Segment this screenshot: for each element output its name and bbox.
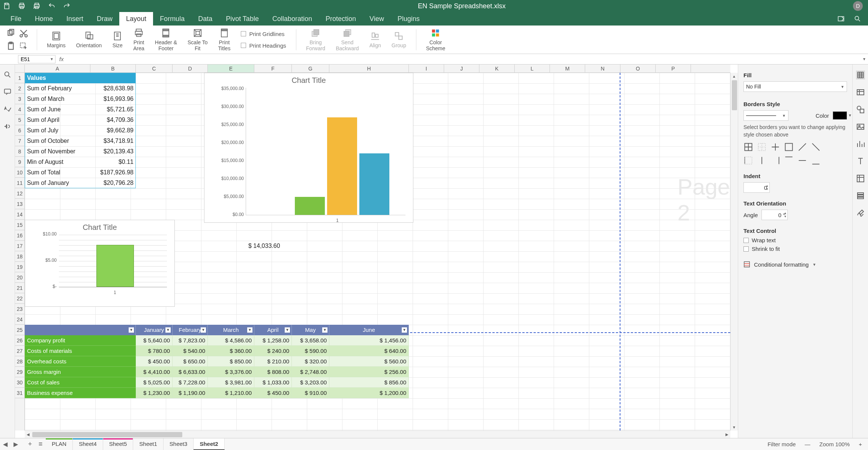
row-header-16[interactable]: 16 — [15, 230, 24, 241]
shrink-to-fit-checkbox[interactable]: Shrink to fit — [743, 246, 847, 252]
cell-label[interactable]: Sum of July — [25, 125, 90, 136]
border-line-select[interactable]: ▼ — [743, 110, 788, 121]
table-header[interactable]: February▼ — [173, 325, 208, 335]
row-header-7[interactable]: 7 — [15, 136, 24, 146]
filter-dropdown-icon[interactable]: ▼ — [322, 327, 327, 333]
signature-icon[interactable] — [856, 208, 865, 218]
sheet-tab[interactable]: Sheet2 — [194, 438, 224, 450]
cell-value[interactable]: $20,796.28 — [90, 178, 136, 188]
redo-icon[interactable] — [63, 2, 71, 10]
table-cell[interactable]: $ 2,748.00 — [292, 367, 329, 377]
fill-select[interactable]: No Fill▼ — [743, 81, 847, 92]
col-header-G[interactable]: G — [292, 64, 329, 72]
cell-value[interactable]: $16,993.96 — [90, 94, 136, 104]
table-cell[interactable]: $ 5,025.00 — [136, 377, 173, 388]
border-diag-up-icon[interactable] — [797, 142, 807, 152]
border-left-icon[interactable] — [743, 156, 753, 165]
table-cell[interactable]: $ 210.00 — [254, 356, 292, 367]
ribbon-print-titles[interactable]: Print Titles — [214, 28, 234, 51]
cell-value[interactable]: $ 14,033.60 — [246, 241, 299, 251]
col-header-C[interactable]: C — [136, 64, 173, 72]
cell-value[interactable]: $0.11 — [90, 157, 136, 167]
filter-dropdown-icon[interactable]: ▼ — [247, 327, 252, 333]
ribbon-color-scheme[interactable]: Color Scheme — [422, 28, 449, 51]
zoom-label[interactable]: Zoom 100% — [819, 441, 850, 447]
image-settings-icon[interactable] — [856, 122, 865, 131]
cell-settings-icon[interactable] — [856, 70, 865, 80]
table-row-label[interactable]: Gross margin — [25, 367, 136, 377]
cell-label[interactable]: Sum of Total — [25, 167, 90, 178]
row-header-3[interactable]: 3 — [15, 94, 24, 104]
row-header-28[interactable]: 28 — [15, 356, 24, 367]
border-right-icon[interactable] — [770, 156, 780, 165]
embedded-chart-1[interactable]: Chart Title $0.00 $5,000.00 $10,000.00 $… — [204, 73, 413, 223]
undo-icon[interactable] — [48, 2, 56, 10]
add-sheet-button[interactable]: + — [25, 439, 35, 450]
print-headings-checkbox[interactable]: Print Headings — [241, 41, 286, 50]
border-diag-down-icon[interactable] — [811, 142, 821, 152]
comments-icon[interactable] — [3, 88, 12, 96]
table-cell[interactable]: $ 910.00 — [292, 388, 329, 398]
col-header-I[interactable]: I — [409, 64, 444, 72]
menu-pivot-table[interactable]: Pivot Table — [219, 12, 266, 26]
ribbon-send-backward[interactable]: Send Backward — [332, 28, 362, 51]
paste-icon[interactable] — [6, 41, 16, 51]
table-row-label[interactable]: Costs of materials — [25, 346, 136, 356]
table-cell[interactable]: $ 590.00 — [292, 346, 329, 356]
border-none-icon[interactable] — [757, 142, 767, 152]
cell-value[interactable]: $20,139.43 — [90, 146, 136, 157]
menu-collaboration[interactable]: Collaboration — [266, 12, 319, 26]
cell-label[interactable]: Sum of November — [25, 146, 90, 157]
row-headers[interactable]: 1234567891011121314151617181920212223242… — [15, 73, 25, 430]
table-cell[interactable]: $ 650.00 — [173, 356, 208, 367]
sheet-list-button[interactable]: ≡ — [35, 439, 46, 450]
col-header-O[interactable]: O — [620, 64, 656, 72]
sheet-tab[interactable]: Sheet1 — [133, 438, 164, 450]
table-cell[interactable]: $ 540.00 — [173, 346, 208, 356]
border-color-picker[interactable]: ▼ — [833, 111, 847, 120]
row-header-24[interactable]: 24 — [15, 314, 24, 325]
table-row-label[interactable]: Overhead costs — [25, 356, 136, 367]
row-header-6[interactable]: 6 — [15, 125, 24, 136]
menu-layout[interactable]: Layout — [119, 12, 153, 26]
table-row-label[interactable]: Company profit — [25, 335, 136, 346]
sheet-tab[interactable]: Sheet3 — [164, 438, 194, 450]
table-cell[interactable]: $ 1,210.00 — [208, 388, 254, 398]
table-cell[interactable]: $ 320.00 — [292, 356, 329, 367]
menu-view[interactable]: View — [363, 12, 391, 26]
filter-dropdown-icon[interactable]: ▼ — [201, 327, 206, 333]
zoom-out-button[interactable]: — — [805, 441, 810, 447]
table-cell[interactable]: $ 6,633.00 — [173, 367, 208, 377]
table-cell[interactable]: $ 3,203.00 — [292, 377, 329, 388]
row-header-12[interactable]: 12 — [15, 188, 24, 199]
table-cell[interactable]: $ 3,376.00 — [208, 367, 254, 377]
angle-spinner[interactable]: 0 °▲▼ — [761, 210, 788, 220]
row-header-29[interactable]: 29 — [15, 367, 24, 377]
row-header-26[interactable]: 26 — [15, 335, 24, 346]
wrap-text-checkbox[interactable]: Wrap text — [743, 237, 847, 243]
print-icon[interactable] — [18, 2, 26, 10]
save-icon[interactable] — [3, 2, 11, 10]
row-header-15[interactable]: 15 — [15, 220, 24, 230]
table-cell[interactable]: $ 560.00 — [329, 356, 409, 367]
cell-label[interactable]: Sum of June — [25, 104, 90, 115]
ribbon-size[interactable]: Size — [108, 31, 126, 48]
table-header[interactable]: January▼ — [136, 325, 173, 335]
open-location-icon[interactable] — [837, 15, 845, 22]
table-cell[interactable]: $ 360.00 — [208, 346, 254, 356]
filter-dropdown-icon[interactable]: ▼ — [165, 327, 171, 333]
row-header-14[interactable]: 14 — [15, 209, 24, 220]
cell-value[interactable]: $187,926.98 — [90, 167, 136, 178]
row-header-30[interactable]: 30 — [15, 377, 24, 388]
row-header-13[interactable]: 13 — [15, 199, 24, 209]
cell-value[interactable]: $9,662.89 — [90, 125, 136, 136]
embedded-chart-2[interactable]: Chart Title $- $5.00 $10.00 1 — [25, 220, 175, 307]
cell-value[interactable]: $5,721.65 — [90, 104, 136, 115]
table-cell[interactable]: $ 4,586.00 — [208, 335, 254, 346]
formula-expand-icon[interactable]: ▼ — [860, 57, 868, 61]
row-header-27[interactable]: 27 — [15, 346, 24, 356]
slicer-settings-icon[interactable] — [856, 191, 865, 200]
row-header-4[interactable]: 4 — [15, 104, 24, 115]
menu-file[interactable]: File — [4, 12, 28, 26]
spellcheck-icon[interactable] — [3, 105, 12, 113]
